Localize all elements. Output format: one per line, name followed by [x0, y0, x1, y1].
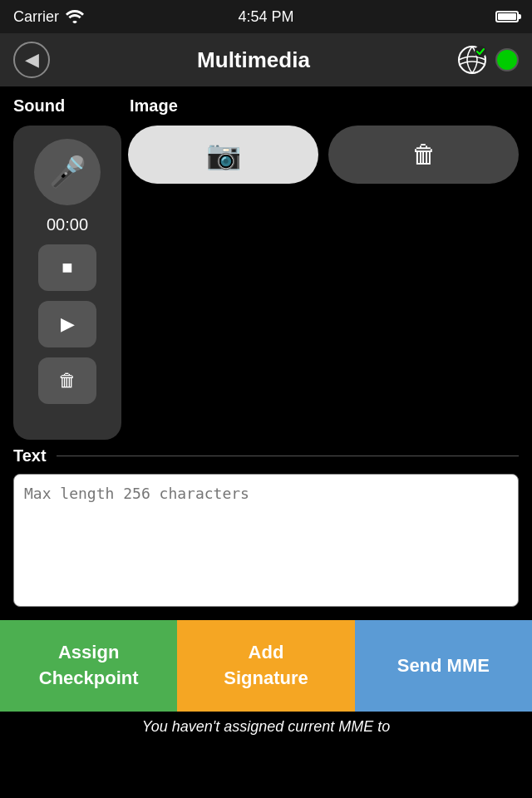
image-buttons-row: 📷 🗑 — [128, 126, 519, 184]
text-section-label: Text — [13, 446, 47, 466]
footer-message: You haven't assigned current MME to — [142, 718, 391, 735]
battery-fill — [498, 13, 516, 20]
status-time: 4:54 PM — [238, 8, 293, 26]
sound-delete-icon: 🗑 — [58, 370, 76, 392]
stop-button[interactable]: ■ — [38, 244, 96, 291]
image-preview — [128, 190, 519, 440]
battery-icon — [495, 11, 519, 22]
add-signature-button[interactable]: Add Signature — [177, 620, 354, 712]
play-icon: ▶ — [61, 313, 75, 335]
nav-bar: ◀ Multimedia — [0, 33, 532, 86]
back-arrow-icon: ◀ — [25, 51, 39, 69]
bottom-buttons: Assign Checkpoint Add Signature Send MME — [0, 620, 532, 712]
nav-icons — [457, 45, 519, 75]
wifi-icon — [66, 10, 84, 23]
connection-status-dot — [495, 48, 519, 71]
nav-title: Multimedia — [197, 47, 310, 73]
play-button[interactable]: ▶ — [38, 301, 96, 347]
text-section-header: Text — [13, 446, 519, 466]
media-row: 🎤 00:00 ■ ▶ 🗑 📷 🗑 — [0, 119, 532, 446]
status-right — [495, 11, 519, 22]
assign-line2: Checkpoint — [39, 667, 139, 691]
status-left: Carrier — [13, 8, 84, 26]
text-input[interactable] — [13, 474, 519, 607]
assign-checkpoint-button[interactable]: Assign Checkpoint — [0, 620, 177, 712]
text-divider — [57, 456, 519, 456]
signature-line1: Add — [249, 641, 284, 665]
signature-line2: Signature — [224, 667, 308, 691]
back-button[interactable]: ◀ — [13, 42, 50, 78]
image-delete-icon: 🗑 — [411, 140, 436, 169]
camera-button[interactable]: 📷 — [128, 126, 318, 184]
status-bar: Carrier 4:54 PM — [0, 0, 532, 33]
mic-button[interactable]: 🎤 — [34, 139, 101, 205]
section-labels: Sound Image — [0, 86, 532, 119]
timer-display: 00:00 — [47, 215, 88, 234]
text-section: Text — [0, 446, 532, 620]
mic-icon: 🎤 — [49, 155, 86, 190]
carrier-label: Carrier — [13, 8, 59, 26]
send-label: Send MME — [397, 655, 490, 677]
globe-icon — [457, 45, 487, 75]
image-delete-button[interactable]: 🗑 — [328, 126, 519, 184]
sound-delete-button[interactable]: 🗑 — [38, 357, 96, 404]
sound-section-label: Sound — [13, 96, 130, 116]
sound-panel: 🎤 00:00 ■ ▶ 🗑 — [13, 126, 121, 440]
image-section-label: Image — [130, 96, 519, 116]
camera-icon: 📷 — [206, 138, 241, 171]
send-mme-button[interactable]: Send MME — [355, 620, 532, 712]
stop-icon: ■ — [62, 257, 72, 278]
footer-text: You haven't assigned current MME to — [0, 712, 532, 742]
image-panel: 📷 🗑 — [128, 119, 525, 446]
assign-line1: Assign — [58, 641, 119, 665]
